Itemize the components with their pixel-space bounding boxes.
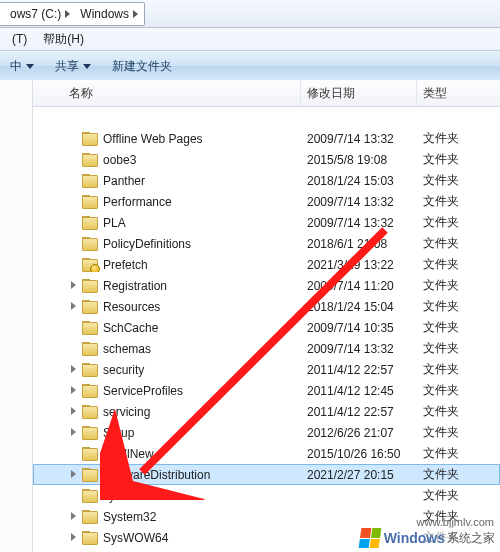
folder-row[interactable]: Offline Web Pages2009/7/14 13:32文件夹 <box>33 128 500 149</box>
address-bar: ows7 (C:) Windows <box>0 0 500 28</box>
menu-item[interactable]: (T) <box>4 30 35 48</box>
folder-row[interactable]: system文件夹 <box>33 485 500 506</box>
new-folder-button[interactable]: 新建文件夹 <box>102 51 183 81</box>
menu-item-help[interactable]: 帮助(H) <box>35 29 92 50</box>
expand-twisty-icon[interactable] <box>69 364 80 375</box>
folder-row[interactable]: oobe32015/5/8 19:08文件夹 <box>33 149 500 170</box>
cell-type: 文件夹 <box>417 256 500 273</box>
cell-name: Offline Web Pages <box>33 132 301 146</box>
file-list-pane: 名称 修改日期 类型 Offline Web Pages2009/7/14 13… <box>33 80 500 552</box>
folder-name: oobe3 <box>103 153 136 167</box>
cell-name: Performance <box>33 195 301 209</box>
expand-twisty-icon[interactable] <box>69 532 80 543</box>
folder-icon <box>82 384 98 398</box>
expand-twisty-icon <box>69 133 80 144</box>
expand-twisty-icon[interactable] <box>69 511 80 522</box>
cell-type: 文件夹 <box>417 235 500 252</box>
folder-row[interactable]: Performance2009/7/14 13:32文件夹 <box>33 191 500 212</box>
expand-twisty-icon[interactable] <box>69 427 80 438</box>
folder-name: Prefetch <box>103 258 148 272</box>
folder-row[interactable]: ServiceProfiles2011/4/12 12:45文件夹 <box>33 380 500 401</box>
column-header-type[interactable]: 类型 <box>417 80 500 106</box>
expand-twisty-icon[interactable] <box>69 469 80 480</box>
breadcrumb-label: Windows <box>80 7 129 21</box>
folder-row[interactable]: SchCache2009/7/14 10:35文件夹 <box>33 317 500 338</box>
cell-type: 文件夹 <box>417 445 500 462</box>
folder-row[interactable]: Resources2018/1/24 15:04文件夹 <box>33 296 500 317</box>
cell-name: schemas <box>33 342 301 356</box>
folder-icon <box>82 279 98 293</box>
cell-type: 文件夹 <box>417 277 500 294</box>
chevron-down-icon <box>26 64 34 69</box>
cell-name: Panther <box>33 174 301 188</box>
include-in-library-button[interactable]: 中 <box>0 51 45 81</box>
folder-row[interactable]: schemas2009/7/14 13:32文件夹 <box>33 338 500 359</box>
folder-row[interactable]: PolicyDefinitions2018/6/1 21:08文件夹 <box>33 233 500 254</box>
cell-date: 2009/7/14 10:35 <box>301 321 417 335</box>
folder-name: Registration <box>103 279 167 293</box>
folder-name: servicing <box>103 405 150 419</box>
cell-date: 2009/7/14 13:32 <box>301 132 417 146</box>
navigation-pane[interactable] <box>0 80 33 552</box>
cell-date: 2015/10/26 16:50 <box>301 447 417 461</box>
folder-icon <box>82 321 98 335</box>
cell-name: Registration <box>33 279 301 293</box>
expand-twisty-icon[interactable] <box>69 280 80 291</box>
share-button[interactable]: 共享 <box>45 51 102 81</box>
cell-name: SoftwareDistribution <box>33 468 301 482</box>
cell-date: 2009/7/14 13:32 <box>301 195 417 209</box>
breadcrumb-item[interactable]: Windows <box>76 7 144 21</box>
watermark: Windows 系统之家 <box>358 527 497 549</box>
cell-type: 文件夹 <box>417 403 500 420</box>
command-bar: 中 共享 新建文件夹 <box>0 51 500 82</box>
folder-icon <box>82 342 98 356</box>
folder-row[interactable]: SoftwareDistribution2021/2/27 20:15文件夹 <box>33 464 500 485</box>
folder-icon <box>82 363 98 377</box>
folder-row[interactable]: security2011/4/12 22:57文件夹 <box>33 359 500 380</box>
expand-twisty-icon[interactable] <box>69 301 80 312</box>
cell-name: Setup <box>33 426 301 440</box>
chevron-right-icon[interactable] <box>133 10 138 18</box>
cell-name: servicing <box>33 405 301 419</box>
cell-name: system <box>33 489 301 503</box>
folder-row[interactable]: PLA2009/7/14 13:32文件夹 <box>33 212 500 233</box>
column-header-name[interactable]: 名称 <box>33 80 301 106</box>
folder-name: ServiceProfiles <box>103 384 183 398</box>
folder-icon <box>82 174 98 188</box>
cell-date: 2009/7/14 13:32 <box>301 342 417 356</box>
expand-twisty-icon <box>69 448 80 459</box>
folder-name: SysWOW64 <box>103 531 168 545</box>
breadcrumb-box[interactable]: ows7 (C:) Windows <box>0 2 145 26</box>
cell-date: 2018/1/24 15:04 <box>301 300 417 314</box>
breadcrumb-item[interactable]: ows7 (C:) <box>6 7 76 21</box>
folder-row[interactable]: Registration2009/7/14 11:20文件夹 <box>33 275 500 296</box>
cell-type: 文件夹 <box>417 424 500 441</box>
cell-name: Prefetch <box>33 258 301 272</box>
cell-type: 文件夹 <box>417 298 500 315</box>
cell-date: 2018/6/1 21:08 <box>301 237 417 251</box>
cell-name: PLA <box>33 216 301 230</box>
folder-row[interactable]: ShellNew2015/10/26 16:50文件夹 <box>33 443 500 464</box>
cell-type: 文件夹 <box>417 340 500 357</box>
folder-row[interactable]: servicing2011/4/12 22:57文件夹 <box>33 401 500 422</box>
expand-twisty-icon[interactable] <box>69 385 80 396</box>
column-header-date[interactable]: 修改日期 <box>301 80 417 106</box>
folder-row[interactable]: Setup2012/6/26 21:07文件夹 <box>33 422 500 443</box>
cell-name: SchCache <box>33 321 301 335</box>
folder-row[interactable]: Panther2018/1/24 15:03文件夹 <box>33 170 500 191</box>
expand-twisty-icon[interactable] <box>69 406 80 417</box>
folder-locked-icon <box>82 258 98 272</box>
folder-name: ShellNew <box>103 447 154 461</box>
cell-date: 2011/4/12 12:45 <box>301 384 417 398</box>
expand-twisty-icon <box>69 490 80 501</box>
expand-twisty-icon <box>69 217 80 228</box>
folder-row[interactable] <box>33 107 500 128</box>
folder-row[interactable]: Prefetch2021/3/29 13:22文件夹 <box>33 254 500 275</box>
folder-name: Performance <box>103 195 172 209</box>
folder-icon <box>82 216 98 230</box>
folder-icon <box>82 489 98 503</box>
folder-icon <box>82 153 98 167</box>
cell-name: ServiceProfiles <box>33 384 301 398</box>
chevron-right-icon[interactable] <box>65 10 70 18</box>
cell-type: 文件夹 <box>417 130 500 147</box>
